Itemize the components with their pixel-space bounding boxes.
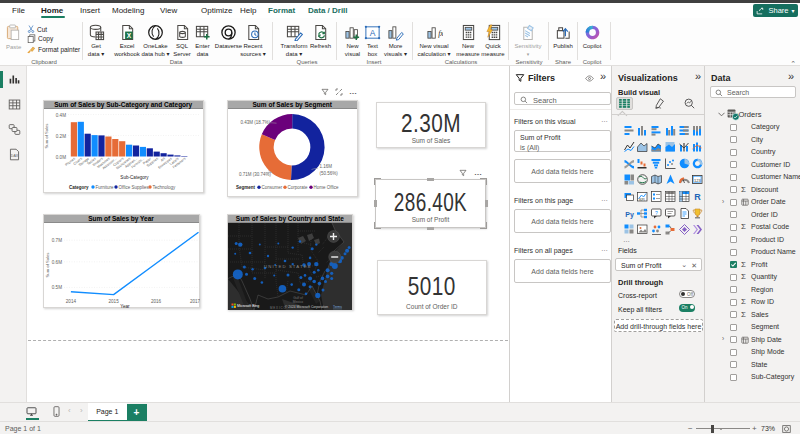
svg-text:2017: 2017 <box>189 299 199 304</box>
svg-text:2014: 2014 <box>65 299 76 304</box>
svg-text:2016: 2016 <box>150 299 161 304</box>
svg-text:Sum of Sales: Sum of Sales <box>45 252 50 277</box>
svg-text:KPI: KPI <box>640 198 646 202</box>
svg-text:Mexico: Mexico <box>293 300 304 304</box>
svg-text:Technology: Technology <box>152 184 176 189</box>
svg-text:fx: fx <box>438 29 443 38</box>
svg-text:X: X <box>127 32 132 39</box>
svg-text:Sum of Sales: Sum of Sales <box>44 123 49 148</box>
svg-text:0.6M: 0.6M <box>51 259 61 264</box>
svg-text:123: 123 <box>694 178 701 183</box>
svg-text:Furniture: Furniture <box>95 184 114 189</box>
svg-text:0.2M: 0.2M <box>55 133 65 138</box>
svg-text:UNITED STATES: UNITED STATES <box>264 263 312 268</box>
svg-text:0.7M: 0.7M <box>51 238 61 243</box>
svg-text:Sub-Category: Sub-Category <box>120 175 149 180</box>
svg-text:Microsoft Bing: Microsoft Bing <box>237 304 259 308</box>
svg-text:(50.56%): (50.56%) <box>319 170 338 175</box>
svg-text:0.4M: 0.4M <box>55 112 65 117</box>
svg-text:© 2024 Microsoft Corporation: © 2024 Microsoft Corporation <box>285 304 328 308</box>
svg-text:Office Supplies: Office Supplies <box>118 184 149 189</box>
svg-text:Corporate: Corporate <box>288 185 309 190</box>
svg-text:?: ? <box>655 209 658 215</box>
svg-text:0.43M (18.7%): 0.43M (18.7%) <box>241 120 271 125</box>
svg-text:Home Office: Home Office <box>314 185 339 190</box>
svg-text:Category: Category <box>69 184 89 189</box>
svg-text:Year: Year <box>120 303 130 308</box>
svg-text:2015: 2015 <box>108 299 119 304</box>
svg-text:1.16M: 1.16M <box>319 164 332 169</box>
svg-text:0.5M: 0.5M <box>51 285 61 290</box>
svg-text:A: A <box>370 28 376 38</box>
svg-text:DAX: DAX <box>11 154 19 158</box>
svg-text:0.71M (30.74%): 0.71M (30.74%) <box>239 171 272 176</box>
svg-text:Terms: Terms <box>333 304 342 308</box>
svg-text:0.0M: 0.0M <box>55 154 65 159</box>
svg-text:R: R <box>695 192 702 202</box>
svg-text:Py: Py <box>625 210 634 218</box>
svg-text:Consumer: Consumer <box>262 185 283 190</box>
svg-text:Segment: Segment <box>236 185 256 190</box>
